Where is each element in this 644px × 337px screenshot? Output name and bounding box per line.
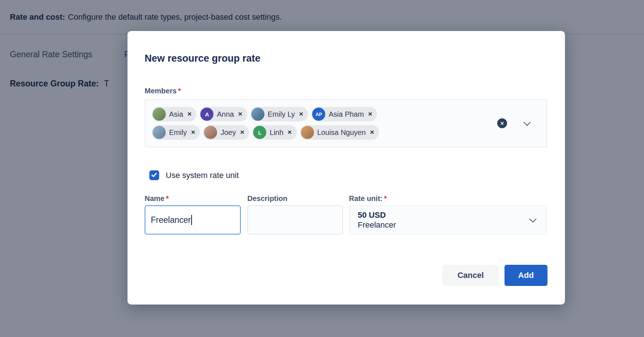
member-chip: Emily Ly✕ bbox=[251, 107, 308, 121]
name-label: Name* bbox=[145, 194, 169, 203]
member-chip: Louisa Nguyen✕ bbox=[300, 125, 379, 140]
member-chip: APAsia Pham✕ bbox=[311, 107, 377, 121]
member-name: Louisa Nguyen bbox=[317, 128, 366, 137]
rate-unit-select[interactable]: 50 USD Freelancer bbox=[349, 205, 547, 235]
member-name: Anna bbox=[217, 110, 234, 119]
required-asterisk: * bbox=[178, 87, 181, 95]
member-photo-avatar bbox=[301, 126, 314, 139]
member-name: Emily Ly bbox=[268, 110, 295, 119]
remove-member-icon[interactable]: ✕ bbox=[370, 129, 374, 136]
dialog-title: New resource group rate bbox=[145, 53, 260, 64]
name-input[interactable]: Freelancer bbox=[145, 205, 241, 235]
text-cursor bbox=[191, 215, 192, 225]
member-name: Emily bbox=[169, 128, 187, 137]
clear-all-members-icon[interactable]: ✕ bbox=[497, 119, 507, 128]
checkbox-label[interactable]: Use system rate unit bbox=[166, 171, 239, 180]
member-chip: Asia✕ bbox=[152, 107, 196, 121]
remove-member-icon[interactable]: ✕ bbox=[368, 111, 373, 117]
member-name: Joey bbox=[220, 128, 236, 137]
member-initials-avatar: A bbox=[200, 108, 213, 121]
member-photo-avatar bbox=[251, 108, 264, 121]
member-photo-avatar bbox=[204, 126, 217, 139]
checkmark-icon bbox=[151, 171, 157, 177]
member-photo-avatar bbox=[153, 108, 166, 121]
required-asterisk: * bbox=[166, 194, 169, 202]
remove-member-icon[interactable]: ✕ bbox=[238, 111, 243, 117]
remove-member-icon[interactable]: ✕ bbox=[240, 129, 245, 136]
rate-unit-name: Freelancer bbox=[358, 220, 546, 230]
member-initials-avatar: AP bbox=[312, 108, 325, 121]
member-name: Asia bbox=[169, 110, 183, 119]
required-asterisk: * bbox=[384, 194, 387, 202]
member-name: Linh bbox=[270, 128, 283, 137]
description-label: Description bbox=[247, 194, 287, 203]
description-input[interactable] bbox=[247, 205, 343, 235]
member-initials-avatar: L bbox=[253, 126, 266, 139]
remove-member-icon[interactable]: ✕ bbox=[191, 129, 196, 136]
member-photo-avatar bbox=[153, 126, 166, 139]
members-multiselect[interactable]: Asia✕AAnna✕Emily Ly✕APAsia Pham✕Emily✕Jo… bbox=[145, 99, 547, 147]
member-chip: AAnna✕ bbox=[200, 107, 247, 121]
member-chip: Emily✕ bbox=[152, 125, 200, 140]
rate-unit-label: Rate unit:* bbox=[349, 194, 387, 203]
rate-unit-value: 50 USD bbox=[358, 210, 546, 220]
member-name: Asia Pham bbox=[329, 110, 364, 119]
member-chip: LLinh✕ bbox=[252, 125, 297, 140]
name-input-value: Freelancer bbox=[151, 215, 191, 225]
members-chips: Asia✕AAnna✕Emily Ly✕APAsia Pham✕Emily✕Jo… bbox=[152, 100, 403, 147]
remove-member-icon[interactable]: ✕ bbox=[287, 129, 292, 136]
remove-member-icon[interactable]: ✕ bbox=[187, 111, 192, 117]
cancel-button[interactable]: Cancel bbox=[442, 265, 499, 286]
members-label: Members* bbox=[145, 87, 181, 95]
chevron-down-icon[interactable] bbox=[523, 119, 531, 126]
use-system-rate-unit-checkbox[interactable] bbox=[149, 170, 159, 180]
remove-member-icon[interactable]: ✕ bbox=[299, 111, 304, 117]
add-button[interactable]: Add bbox=[504, 265, 547, 286]
system-rate-unit-row: Use system rate unit bbox=[149, 170, 239, 180]
new-resource-group-rate-dialog: New resource group rate Members* Asia✕AA… bbox=[127, 31, 565, 305]
member-chip: Joey✕ bbox=[203, 125, 249, 140]
